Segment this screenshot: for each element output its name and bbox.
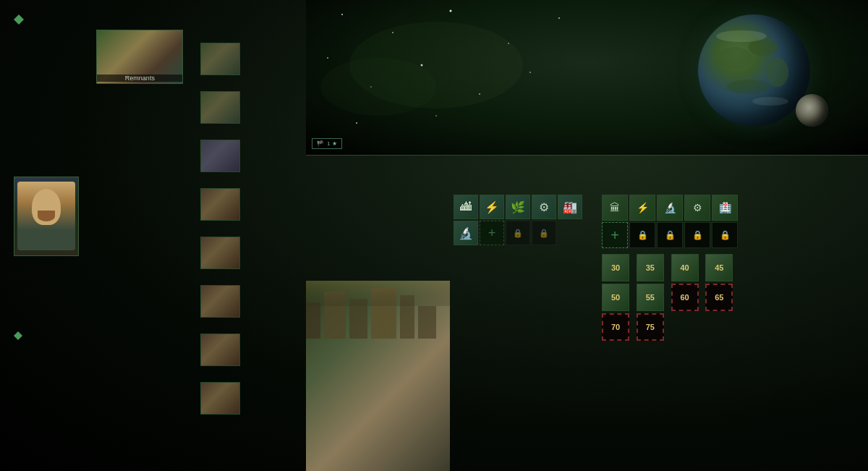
bnum-60: 60 [671,284,699,311]
building-slot[interactable]: ⚙ [684,195,710,221]
building-slot-locked: 🔒 [657,222,683,248]
district-inner: 🔬 [454,221,477,245]
bnum-val: 40 [680,263,689,272]
district-inner: 🌿 [506,195,529,218]
building-slot-locked: 🔒 [712,222,738,248]
building-inner: 🏛 [603,195,627,220]
svg-rect-20 [306,302,320,339]
building-inner: ⚡ [630,195,655,220]
lock-icon: 🔒 [692,230,703,240]
building-slot-locked: 🔒 [684,222,710,248]
add-plus-icon: + [610,227,619,244]
feature-thumb [200,91,240,124]
planet-view: 🏴 1 ★ [306,0,868,156]
building-inner: 🔬 [658,195,682,220]
bnum-55[interactable]: 55 [637,284,664,311]
building-locked-inner: 🔒 [712,223,737,247]
building-slot[interactable]: 🔬 [657,195,683,221]
lock-icon: 🔒 [665,230,676,240]
bnum-val: 60 [680,293,689,302]
district-empty-inner: + [480,221,503,245]
district-slot[interactable]: ⚙ [532,195,556,219]
building-locked-inner: 🔒 [685,223,710,247]
ruler-face [32,189,61,225]
svg-point-9 [529,72,531,73]
remnants-image-label: Remnants [97,75,182,82]
bnum-val: 70 [611,323,620,331]
district-slot-empty[interactable]: + [480,221,504,245]
district-inner: 🏭 [558,195,582,218]
bnum-75: 75 [637,313,664,341]
bnum-45[interactable]: 45 [705,254,733,281]
svg-point-0 [341,14,343,15]
svg-rect-26 [306,281,450,306]
earth-planet [698,14,810,127]
ruler-portrait [14,177,79,256]
building-inner: 🏥 [712,195,737,220]
building-slot[interactable]: ⚡ [629,195,655,221]
district-inner: ⚡ [480,195,503,218]
svg-point-10 [356,122,357,124]
district-slot-locked: 🔒 [506,221,530,245]
earth-moon [796,94,828,127]
bnum-30[interactable]: 30 [602,254,629,281]
feature-thumb [200,334,240,366]
feature-thumb [200,285,240,318]
bnum-65: 65 [705,284,733,311]
bnum-val: 35 [646,263,655,272]
badge-icon: 🏴 [317,140,324,147]
bnum-50[interactable]: 50 [602,284,629,311]
badge-text: 1 ★ [327,140,337,147]
bnum-40[interactable]: 40 [671,254,699,281]
district-slot[interactable]: 🏭 [558,195,582,219]
lock-icon: 🔒 [720,230,731,240]
building-slot-locked: 🔒 [629,222,655,248]
remnants-image: Remnants [96,30,183,84]
planet-label-badge: 🏴 1 ★ [312,138,342,149]
lock-icon: 🔒 [637,230,648,240]
svg-point-14 [716,47,752,69]
bnum-35[interactable]: 35 [637,254,664,281]
district-inner: 🏙 [454,195,477,218]
planet-image-thumb [306,281,450,471]
bnum-val: 50 [611,293,620,302]
svg-point-13 [320,58,436,116]
bnum-val: 45 [715,263,723,272]
district-slot[interactable]: 🏙 [454,195,478,219]
district-slot[interactable]: 🌿 [506,195,530,219]
building-locked-inner: 🔒 [630,223,655,247]
svg-point-2 [450,10,452,12]
svg-point-4 [558,17,560,19]
svg-point-11 [435,115,437,116]
district-locked-inner: 🔒 [506,221,529,245]
bnum-val: 30 [611,263,620,272]
svg-rect-25 [418,306,436,339]
feature-thumb [200,188,240,221]
ruler-portrait-inner [17,182,75,250]
district-slot[interactable]: ⚡ [480,195,504,219]
svg-point-17 [767,58,788,87]
bnum-val: 65 [715,293,723,302]
district-slot[interactable]: 🔬 [454,221,478,245]
bnum-70: 70 [602,313,629,341]
feature-thumb [200,140,240,172]
building-inner: ⚙ [685,195,710,220]
building-locked-inner: 🔒 [658,223,682,247]
bnum-val: 75 [646,323,655,331]
district-locked-inner: 🔒 [532,221,556,245]
district-inner: ⚙ [532,195,556,218]
bnum-val: 55 [646,293,655,302]
svg-point-16 [727,80,770,94]
svg-point-19 [752,97,788,106]
feature-thumb [200,382,240,415]
district-slot-locked: 🔒 [532,221,556,245]
building-slot[interactable]: 🏥 [712,195,738,221]
svg-point-18 [716,30,767,42]
svg-point-5 [327,57,328,59]
feature-thumb [200,237,240,269]
feature-thumb [200,43,240,75]
building-slot[interactable]: 🏛 [602,195,628,221]
building-slot-add[interactable]: + [602,222,628,248]
